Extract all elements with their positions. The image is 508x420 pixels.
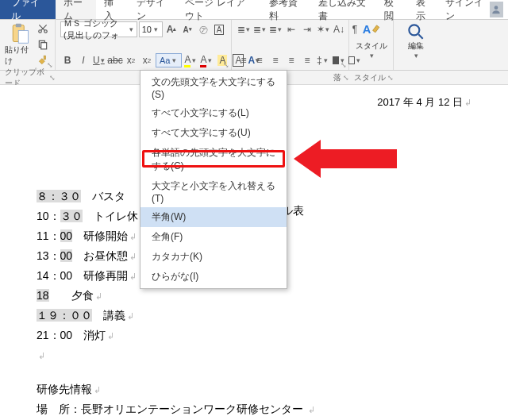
enclose-chars-button[interactable]: A xyxy=(212,22,226,37)
menu-katakana[interactable]: カタカナ(K) xyxy=(140,247,287,267)
group-paragraph: ≣▾ ≣▾ ≣▾ ⇤ ⇥ ✶▾ A↓ ¶ ≡ ≡ ≡ ≡ ≡ ‡▾ ▾ ▾ ⤡ xyxy=(232,20,349,70)
paste-icon xyxy=(9,22,31,44)
tab-home[interactable]: ホーム xyxy=(56,0,96,19)
svg-rect-7 xyxy=(41,43,47,49)
phonetic-guide-button[interactable]: ㋐ xyxy=(196,22,210,37)
group-styles: A スタイル ▾ xyxy=(349,20,394,70)
styles-label: スタイル xyxy=(356,40,387,52)
user-avatar-icon xyxy=(490,2,503,17)
doc-date: 2017 年 4 月 12 日 xyxy=(377,96,463,108)
multilevel-list-button[interactable]: ≣▾ xyxy=(268,22,283,37)
font-size-combo[interactable]: 10▾ xyxy=(139,21,163,37)
font-color-button[interactable]: A▾ xyxy=(199,53,214,67)
menu-capitalize-each-word[interactable]: 各単語の先頭文字を大文字にする(C) xyxy=(140,143,287,176)
info-header: 研修先情報↲ xyxy=(37,381,471,398)
svg-rect-2 xyxy=(15,24,21,27)
distribute-button[interactable]: ≡ xyxy=(300,53,314,67)
bullets-button[interactable]: ≣▾ xyxy=(237,22,251,37)
tab-file[interactable]: ファイル xyxy=(0,0,56,19)
italic-button[interactable]: I xyxy=(76,53,90,67)
strikethrough-button[interactable]: abc xyxy=(108,53,122,67)
font-dialog-launcher-icon[interactable]: ⤡ xyxy=(223,61,229,69)
font-name-combo[interactable]: ＭＳ ゴシック (見出しのフォ▾ xyxy=(60,21,137,37)
align-center-button[interactable]: ≡ xyxy=(252,53,267,67)
menu-full-width[interactable]: 全角(F) xyxy=(140,227,287,247)
editing-label: 編集 xyxy=(408,40,424,52)
menu-lowercase[interactable]: すべて小文字にする(L) xyxy=(140,103,287,123)
group-editing: 編集 ▾ xyxy=(394,20,432,70)
tab-review[interactable]: 校閲 xyxy=(376,0,409,19)
change-case-menu: 文の先頭文字を大文字にする(S) すべて小文字にする(L) すべて大文字にする(… xyxy=(140,70,287,289)
paragraph-group-label: 落 xyxy=(333,72,341,83)
group-font: ＭＳ ゴシック (見出しのフォ▾ 10▾ A▴ A▾ ㋐ A B I U▾ ab… xyxy=(56,20,232,70)
clipboard-dialog-launcher-icon[interactable]: ⤡ xyxy=(47,61,53,69)
svg-text:A: A xyxy=(363,23,371,36)
svg-point-10 xyxy=(409,25,419,35)
styles-icon: A xyxy=(361,21,382,40)
change-case-button[interactable]: Aa▾ xyxy=(156,53,182,67)
align-left-button[interactable]: ≡ xyxy=(237,53,251,67)
text-highlight-button[interactable]: A▾ xyxy=(183,53,198,67)
cut-button[interactable] xyxy=(36,21,50,36)
svg-rect-3 xyxy=(18,31,28,44)
svg-point-0 xyxy=(495,6,498,10)
blank-line: ↲ xyxy=(37,347,471,364)
menu-uppercase[interactable]: すべて大文字にする(U) xyxy=(140,123,287,143)
shrink-font-button[interactable]: A▾ xyxy=(180,22,194,37)
sort-button[interactable]: A↓ xyxy=(332,22,346,37)
tab-view[interactable]: 表示 xyxy=(408,0,441,19)
bold-button[interactable]: B xyxy=(60,53,75,67)
line-spacing-button[interactable]: ‡▾ xyxy=(316,53,330,67)
paragraph-dialog-launcher-icon[interactable]: ⤡ xyxy=(341,61,347,69)
signin-label: サインイン xyxy=(445,0,487,23)
styles-button[interactable]: A スタイル ▾ xyxy=(354,21,389,60)
menu-half-width[interactable]: 半角(W) xyxy=(140,207,287,227)
ribbon: 貼り付け ⤡ ＭＳ ゴシック (見出しのフォ▾ 10▾ A▴ A▾ ㋐ A B … xyxy=(0,20,508,71)
group-clipboard: 貼り付け ⤡ xyxy=(0,20,56,70)
decrease-indent-button[interactable]: ⇤ xyxy=(284,22,298,37)
align-right-button[interactable]: ≡ xyxy=(268,53,283,67)
paragraph-mark-icon: ↲ xyxy=(464,98,471,107)
schedule-line-7: １９：００ 講義↲ xyxy=(37,307,471,324)
tab-insert[interactable]: 挿入 xyxy=(96,0,129,19)
menu-hiragana[interactable]: ひらがな(I) xyxy=(140,267,287,287)
styles-group-label: スタイル xyxy=(354,72,386,83)
numbering-button[interactable]: ≣▾ xyxy=(252,22,267,37)
paste-label: 貼り付け xyxy=(5,44,34,67)
asian-layout-button[interactable]: ✶▾ xyxy=(316,22,330,37)
tab-design[interactable]: デザイン xyxy=(129,0,178,19)
schedule-line-6: 18 夕食↲ xyxy=(37,287,471,304)
grow-font-button[interactable]: A▴ xyxy=(164,22,179,37)
menu-sentence-case[interactable]: 文の先頭文字を大文字にする(S) xyxy=(140,72,287,103)
underline-button[interactable]: U▾ xyxy=(92,53,106,67)
info-place: 場 所：長野オリエンテーションワーク研修センター ↲ xyxy=(37,401,471,418)
svg-rect-8 xyxy=(44,56,45,60)
tab-page-layout[interactable]: ページ レイアウト xyxy=(177,0,261,19)
tab-mailings[interactable]: 差し込み文書 xyxy=(310,0,375,19)
schedule-line-8: 21：00 消灯↲ xyxy=(37,327,471,344)
editing-button[interactable]: 編集 ▾ xyxy=(398,21,433,60)
subscript-button[interactable]: x2 xyxy=(124,53,138,67)
increase-indent-button[interactable]: ⇥ xyxy=(300,22,314,37)
justify-button[interactable]: ≡ xyxy=(284,53,298,67)
superscript-button[interactable]: x2 xyxy=(140,53,154,67)
signin-link[interactable]: サインイン xyxy=(441,0,508,19)
menu-toggle-case[interactable]: 大文字と小文字を入れ替える(T) xyxy=(140,176,287,207)
tab-references[interactable]: 参考資料 xyxy=(261,0,310,19)
find-icon xyxy=(406,21,426,40)
paste-button[interactable]: 貼り付け xyxy=(5,21,34,67)
copy-button[interactable] xyxy=(36,37,50,52)
